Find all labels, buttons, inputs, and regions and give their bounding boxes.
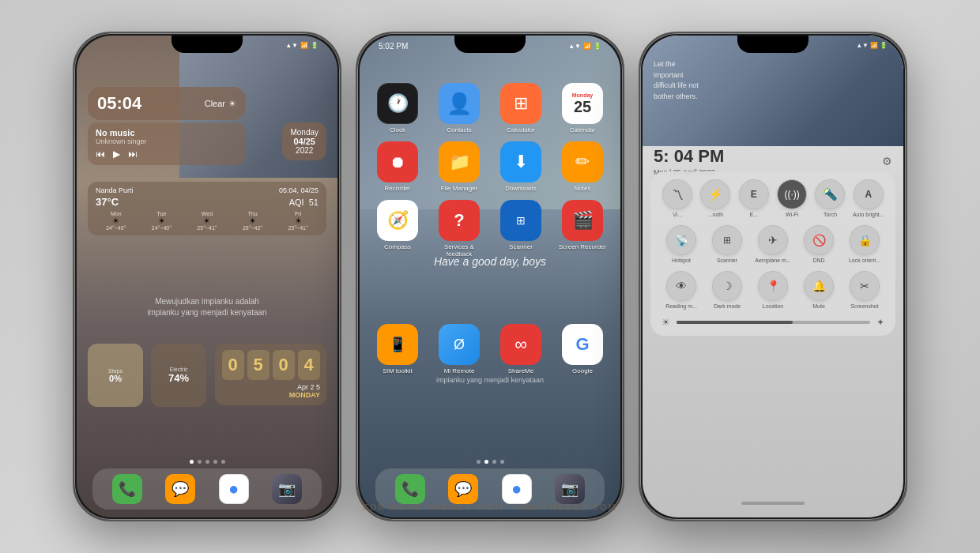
ctrl-screenshot[interactable]: ✂ Screenshot [844,271,885,309]
app-feedback[interactable]: ? Services & feedback [432,200,486,258]
date-widget: Monday 04/25 2022 [282,122,326,160]
phone1-status-bar: ▲▼ 📶 🔋 [77,36,337,51]
app-downloads[interactable]: ⬇ Downloads [494,141,548,192]
ctrl-torch[interactable]: 🔦 Torch [811,179,849,217]
ctrl-airplane[interactable]: ✈ Aeroplane m... [752,225,793,263]
ctrl-lock-orient[interactable]: 🔒 Lock orient... [844,225,885,263]
play-icon[interactable]: ▶ [113,149,120,160]
dock-phone[interactable]: 📞 [112,474,142,504]
ctrl-dnd[interactable]: 🚫 DND [798,225,839,263]
next-icon[interactable]: ⏭ [128,149,138,160]
dock-camera[interactable]: 📷 [272,474,302,504]
notes-label: Notes [575,185,591,192]
date-nums: 04/25 [290,137,318,146]
steps-value: 0% [109,374,122,383]
brightness-track[interactable] [677,321,870,324]
app-contacts[interactable]: 👤 Contacts [432,83,486,134]
simtool-label: SIM toolkit [383,367,412,374]
simtool-icon: 📱 [377,324,418,365]
ctrl-hotspot[interactable]: 📡 Hotspot [661,225,702,263]
temperature: 37°C [96,196,119,208]
phone2-notch [454,36,526,53]
dock-chrome[interactable]: ● [219,474,249,504]
ctrl-data[interactable]: E E... [735,179,773,217]
dot-2 [198,460,202,464]
ctrl-location[interactable]: 📍 Location [752,271,793,309]
loc-row: Nanda Purti 05:04, 04/25 [96,186,318,194]
p2-dock-messages[interactable]: 💬 [448,474,478,504]
loc-time: 05:04, 04/25 [279,186,318,194]
clock-digits: 0 5 0 4 [221,350,320,380]
p2-dot-1 [477,460,481,464]
sun-icon: ☀ [228,99,236,109]
app-google[interactable]: G Google [556,324,609,374]
weather-time: 05:04 [97,93,141,114]
p3-signal: ▲▼ [856,42,869,49]
p2-dock-phone[interactable]: 📞 [395,474,425,504]
app-shareme[interactable]: ∞ ShareMe [494,324,548,374]
ctrl-mute[interactable]: 🔔 Mute [798,271,839,309]
app-row-4-container: 📱 SIM toolkit Ø Mi Remote ∞ ShareMe G Go… [371,324,609,382]
ctrl-row-2: 📡 Hotspot ⊞ Scanner ✈ Aeroplane m... 🚫 D… [658,225,888,263]
app-mi[interactable]: Ø Mi Remote [432,324,486,374]
phone-1: ▲▼ 📶 🔋 05:04 Clear ☀ No music Unkno [73,32,341,521]
google-label: Google [572,367,593,374]
prev-icon[interactable]: ⏮ [96,149,105,160]
page-dots [77,460,337,464]
clock-label: Clock [390,126,405,134]
dock-messages[interactable]: 💬 [165,474,195,504]
mute-icon: 🔔 [804,271,834,301]
ctrl-auto-bright[interactable]: A Auto bright... [850,179,888,217]
bluetooth-icon: ⚡ [700,179,730,209]
ctrl-scanner[interactable]: ⊞ Scanner [707,225,748,263]
app-notes[interactable]: ✏ Notes [556,141,609,192]
temp-row: 37°C AQI 51 [96,196,318,208]
app-simtool[interactable]: 📱 SIM toolkit [371,324,424,374]
app-calculator[interactable]: ⊞ Calculator [494,83,548,134]
bottom-date: Apr 2 5 [221,383,320,391]
p3-wifi: 📶 [870,42,878,49]
music-widget[interactable]: No music Unknown singer ⏮ ▶ ⏭ [88,122,246,165]
app-grid: 🕐 Clock 👤 Contacts ⊞ Calculator Monday [371,83,609,265]
contacts-label: Contacts [447,126,472,134]
ctrl-darkmode[interactable]: ☽ Dark mode [707,271,748,309]
darkmode-label: Dark mode [714,303,741,309]
p2-dot-4 [500,460,504,464]
weather-days: Mon ☀ 24°~40° Tue ☀ 24°~40° Wed ☀ 25°~41… [96,211,318,231]
phone1-notch [172,36,243,53]
weather-widget: 05:04 Clear ☀ [88,87,246,120]
phone1-status-icons: ▲▼ 📶 🔋 [285,42,318,49]
dot-4 [213,460,217,464]
p2-dock-chrome[interactable]: ● [502,474,532,504]
p2-dock-camera[interactable]: 📷 [555,474,585,504]
p2-battery: 🔋 [594,43,601,50]
ctrl-vibration[interactable]: 〽 Vi... [658,179,696,217]
settings-gear-icon[interactable]: ⚙ [882,155,892,167]
phone2-inner: 5:02 PM ▲▼ 📶 🔋 🕐 Clock 👤 Contacts [360,36,620,517]
home-indicator [741,502,805,505]
app-scanner[interactable]: ⊞ Scanner [494,200,548,258]
ctrl-row-1: 〽 Vi... ⚡ ...ooth E E... ((·)) Wi-Fi [658,179,888,217]
app-calendar[interactable]: Monday 25 Calendar [556,83,609,134]
steps-widget: Steps 0% [88,344,143,407]
scanner-icon: ⊞ [500,200,541,241]
p2-wifi: 📶 [583,43,591,50]
lock-orient-label: Lock orient... [849,258,880,263]
downloads-label: Downloads [505,185,537,192]
app-clock[interactable]: 🕐 Clock [371,83,424,134]
ctrl-reading[interactable]: 👁 Reading m... [661,271,702,309]
compass-label: Compass [384,243,411,250]
ctrl-wifi[interactable]: ((·)) Wi-Fi [773,179,811,217]
app-files[interactable]: 📁 File Manager [432,141,486,192]
ctrl-bluetooth[interactable]: ⚡ ...ooth [696,179,734,217]
data-label: E... [750,212,759,217]
phone-3: Let the important difficult life not bot… [639,32,907,521]
app-screenrec[interactable]: 🎬 Screen Recorder [556,200,609,258]
ctrl-row-3: 👁 Reading m... ☽ Dark mode 📍 Location 🔔 … [658,271,888,309]
auto-bright-label: Auto bright... [853,212,884,217]
app-recorder[interactable]: ⏺ Recorder [371,141,424,192]
digital-clock: 0 5 0 4 Apr 2 5 MONDAY [215,344,326,405]
app-compass[interactable]: 🧭 Compass [371,200,424,258]
location-icon: 📍 [758,271,788,301]
location-name: Nanda Purti [96,186,134,194]
